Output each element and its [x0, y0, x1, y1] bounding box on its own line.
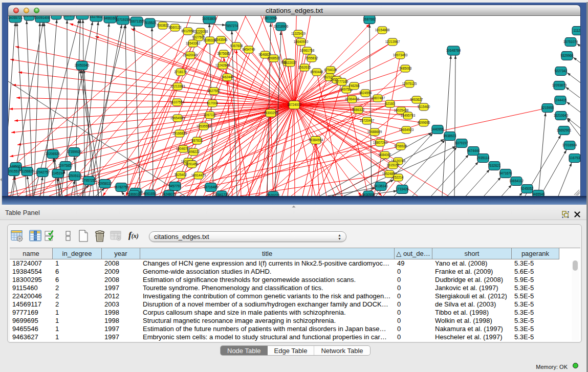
svg-text:2687682: 2687682 — [363, 17, 376, 21]
svg-text:1615152: 1615152 — [387, 163, 400, 167]
svg-text:9827552: 9827552 — [208, 89, 221, 93]
svg-text:12242848: 12242848 — [215, 63, 230, 67]
svg-text:1568520: 1568520 — [268, 56, 280, 60]
svg-text:11325419: 11325419 — [291, 32, 306, 35]
svg-text:2718176: 2718176 — [175, 70, 187, 74]
svg-text:15692901: 15692901 — [557, 128, 572, 132]
svg-text:116753: 116753 — [570, 156, 580, 160]
svg-text:19166825: 19166825 — [172, 132, 187, 135]
svg-text:8471676: 8471676 — [499, 171, 512, 175]
svg-text:3875685: 3875685 — [217, 52, 230, 55]
svg-text:16543362: 16543362 — [186, 41, 201, 45]
svg-text:19654923: 19654923 — [399, 128, 414, 132]
svg-text:11156829: 11156829 — [20, 169, 34, 173]
svg-text:62160: 62160 — [385, 102, 395, 105]
svg-text:8466160: 8466160 — [104, 16, 117, 20]
svg-text:17957255: 17957255 — [82, 179, 97, 182]
svg-text:9245052: 9245052 — [521, 187, 534, 190]
svg-text:9777169: 9777169 — [336, 80, 349, 83]
svg-text:20364436: 20364436 — [345, 97, 360, 101]
svg-text:10648784: 10648784 — [446, 49, 461, 52]
svg-text:15751074: 15751074 — [563, 40, 578, 43]
svg-text:7857274: 7857274 — [226, 24, 238, 28]
svg-text:14248078: 14248078 — [162, 192, 177, 196]
svg-text:12975125: 12975125 — [402, 82, 417, 85]
svg-text:9756928: 9756928 — [395, 144, 407, 148]
svg-text:20091406: 20091406 — [35, 16, 50, 19]
svg-text:16210643: 16210643 — [554, 114, 569, 117]
svg-text:9465546: 9465546 — [532, 192, 545, 196]
svg-text:12213383: 12213383 — [170, 84, 185, 88]
svg-text:1065326: 1065326 — [50, 16, 63, 16]
svg-text:10807487: 10807487 — [371, 96, 385, 100]
svg-text:16053809: 16053809 — [202, 17, 217, 20]
svg-text:1244415: 1244415 — [554, 98, 567, 102]
svg-text:7625402: 7625402 — [175, 173, 187, 177]
svg-text:18724007: 18724007 — [287, 103, 302, 106]
svg-text:6379197: 6379197 — [455, 141, 468, 145]
svg-text:13716485: 13716485 — [204, 185, 219, 189]
svg-text:13495793: 13495793 — [401, 114, 416, 117]
svg-text:9367608: 9367608 — [230, 44, 243, 48]
svg-text:391551: 391551 — [8, 169, 19, 173]
svg-text:9227343: 9227343 — [555, 69, 568, 73]
svg-text:10719155: 10719155 — [116, 18, 130, 21]
svg-text:9457791: 9457791 — [169, 184, 182, 188]
svg-text:19654985: 19654985 — [170, 116, 185, 120]
svg-text:8215955: 8215955 — [541, 106, 554, 110]
svg-text:12942757: 12942757 — [35, 170, 50, 174]
svg-text:3430558: 3430558 — [362, 193, 375, 196]
svg-text:12213967: 12213967 — [385, 40, 400, 43]
svg-text:9091453: 9091453 — [186, 162, 199, 166]
svg-text:2935114: 2935114 — [477, 156, 490, 160]
svg-text:3824554: 3824554 — [359, 91, 372, 95]
svg-text:10154808: 10154808 — [375, 28, 390, 32]
svg-text:10975857: 10975857 — [58, 164, 73, 167]
svg-text:8660123: 8660123 — [169, 26, 182, 29]
svg-text:16671355: 16671355 — [129, 19, 144, 23]
svg-text:817004: 817004 — [207, 101, 218, 105]
svg-text:1498222: 1498222 — [187, 150, 200, 154]
svg-text:2343546: 2343546 — [215, 38, 228, 41]
svg-text:8990448: 8990448 — [311, 70, 323, 74]
svg-text:2620223: 2620223 — [267, 193, 280, 196]
svg-text:2069146: 2069146 — [23, 16, 36, 17]
svg-text:7955812: 7955812 — [306, 56, 318, 60]
svg-text:18300295: 18300295 — [264, 111, 278, 115]
svg-text:9474444: 9474444 — [467, 149, 480, 152]
svg-text:10654112: 10654112 — [509, 179, 524, 183]
svg-text:9684067: 9684067 — [379, 153, 391, 157]
svg-text:14055721: 14055721 — [8, 16, 23, 19]
svg-text:9115460: 9115460 — [418, 105, 430, 108]
svg-text:10973493: 10973493 — [393, 53, 408, 57]
svg-text:13535594: 13535594 — [197, 124, 211, 128]
svg-text:10653267: 10653267 — [75, 16, 90, 16]
svg-text:8938923: 8938923 — [444, 134, 456, 138]
svg-text:9119673: 9119673 — [63, 16, 76, 17]
svg-text:3267110: 3267110 — [204, 113, 216, 117]
svg-text:12505115: 12505115 — [68, 174, 82, 178]
svg-text:1733426: 1733426 — [396, 187, 409, 191]
svg-text:8813054: 8813054 — [265, 16, 277, 20]
svg-text:20053346: 20053346 — [75, 63, 90, 67]
svg-text:16782759: 16782759 — [114, 185, 129, 189]
svg-text:12093873: 12093873 — [552, 83, 567, 87]
svg-text:4699695: 4699695 — [418, 121, 430, 124]
svg-text:16961758: 16961758 — [300, 49, 315, 52]
svg-text:887833: 887833 — [191, 139, 203, 142]
svg-text:22841736: 22841736 — [214, 193, 229, 196]
svg-text:11125: 11125 — [574, 29, 580, 32]
svg-text:10958117: 10958117 — [98, 182, 112, 185]
svg-text:1440955: 1440955 — [431, 127, 444, 131]
svg-text:20206526: 20206526 — [46, 152, 60, 156]
svg-text:6794028: 6794028 — [324, 68, 337, 72]
svg-text:7462444: 7462444 — [221, 75, 234, 79]
svg-text:7663822: 7663822 — [157, 24, 169, 27]
svg-text:11866024: 11866024 — [127, 192, 141, 196]
svg-text:19218906: 19218906 — [274, 25, 289, 28]
svg-text:7515525: 7515525 — [144, 21, 157, 25]
svg-text:1562615: 1562615 — [298, 65, 311, 69]
svg-text:8912954: 8912954 — [182, 29, 194, 33]
svg-text:18640910: 18640910 — [294, 40, 309, 43]
svg-text:17016504: 17016504 — [562, 143, 577, 147]
